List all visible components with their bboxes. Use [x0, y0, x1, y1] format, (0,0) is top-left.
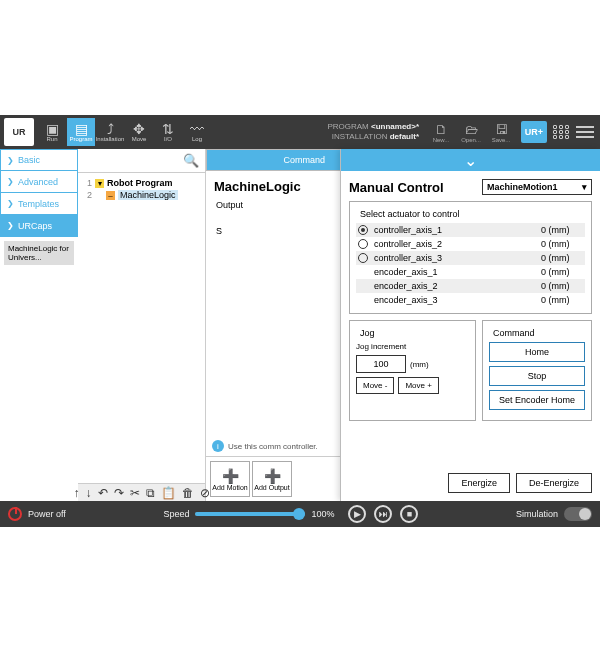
expand-icon[interactable]: ▾ [95, 179, 104, 188]
nav-installation[interactable]: ⤴Installation [96, 118, 124, 146]
step-button[interactable]: ⏭ [374, 505, 392, 523]
actuator-row[interactable]: controller_axis_20 (mm) [356, 237, 585, 251]
speed-value: 100% [311, 509, 334, 519]
simulation-toggle[interactable] [564, 507, 592, 521]
suppress-icon[interactable]: ⊘ [200, 486, 210, 500]
nav-move[interactable]: ✥Move [125, 118, 153, 146]
program-tree: 🔍 1▾Robot Program 2–MachineLogic ↑ ↓ ↶ ↷… [78, 149, 206, 501]
power-label: Power off [28, 509, 66, 519]
ur-logo: UR [4, 118, 34, 146]
tree-toolbar: ↑ ↓ ↶ ↷ ✂ ⧉ 📋 🗑 ⊘ [78, 483, 205, 501]
actuator-row: encoder_axis_10 (mm) [356, 265, 585, 279]
file-save[interactable]: 🖫Save... [491, 119, 511, 145]
file-new[interactable]: 🗋New... [431, 119, 451, 145]
panel-collapse[interactable]: ⌄ [341, 149, 600, 171]
actuator-row: encoder_axis_20 (mm) [356, 279, 585, 293]
nav-log[interactable]: 〰Log [183, 118, 211, 146]
command-fieldset: Command Home Stop Set Encoder Home [482, 320, 592, 421]
sidebar-advanced[interactable]: ❯Advanced [0, 171, 78, 193]
add-motion-button[interactable]: ➕Add Motion [210, 461, 250, 497]
footer-bar: Power off Speed 100% ▶ ⏭ ■ Simulation [0, 501, 600, 527]
radio-icon[interactable] [358, 239, 368, 249]
speed-label: Speed [163, 509, 189, 519]
home-button[interactable]: Home [489, 342, 585, 362]
speed-slider[interactable] [195, 512, 305, 516]
top-bar: UR ▣Run ▤Program ⤴Installation ✥Move ⇅I/… [0, 115, 600, 149]
machine-select[interactable]: MachineMotion1▾ [482, 179, 592, 195]
power-icon[interactable] [8, 507, 22, 521]
hamburger-menu-icon[interactable] [576, 123, 594, 141]
move-minus-button[interactable]: Move - [356, 377, 394, 394]
urplus-button[interactable]: UR+ [521, 121, 547, 143]
play-button[interactable]: ▶ [348, 505, 366, 523]
sidebar: ❯Basic ❯Advanced ❯Templates ❯URCaps Mach… [0, 149, 78, 501]
cut-icon[interactable]: ✂ [130, 486, 140, 500]
search-icon[interactable]: 🔍 [183, 153, 199, 168]
stop-run-button[interactable]: ■ [400, 505, 418, 523]
redo-icon[interactable]: ↷ [114, 486, 124, 500]
sidebar-basic[interactable]: ❯Basic [0, 149, 78, 171]
radio-icon[interactable] [358, 253, 368, 263]
nav-run[interactable]: ▣Run [38, 118, 66, 146]
delete-icon[interactable]: 🗑 [182, 486, 194, 500]
nav-program[interactable]: ▤Program [67, 118, 95, 146]
chevron-right-icon: ❯ [7, 199, 14, 208]
jog-fieldset: Jog Jog increment 100(mm) Move - Move + [349, 320, 476, 421]
actuator-row[interactable]: controller_axis_10 (mm) [356, 223, 585, 237]
node-icon: – [106, 191, 115, 200]
move-down-icon[interactable]: ↓ [86, 486, 92, 500]
chevron-down-icon: ❯ [7, 221, 14, 230]
urcap-machinelogic[interactable]: MachineLogic for Univers... [4, 241, 74, 265]
add-output-button[interactable]: ➕Add Output [252, 461, 292, 497]
chevron-down-icon: ⌄ [464, 151, 477, 170]
sidebar-templates[interactable]: ❯Templates [0, 193, 78, 215]
simulation-label: Simulation [516, 509, 558, 519]
move-up-icon[interactable]: ↑ [74, 486, 80, 500]
file-open[interactable]: 🗁Open... [461, 119, 481, 145]
dropdown-icon: ▾ [582, 182, 587, 192]
sidebar-urcaps[interactable]: ❯URCaps [0, 215, 78, 237]
copy-icon[interactable]: ⧉ [146, 486, 155, 500]
de-energize-button[interactable]: De-Energize [516, 473, 592, 493]
tree-row-root[interactable]: 1▾Robot Program [82, 177, 201, 189]
undo-icon[interactable]: ↶ [98, 486, 108, 500]
panel-title: Manual Control [349, 180, 444, 195]
chevron-right-icon: ❯ [7, 177, 14, 186]
jog-increment-input[interactable]: 100 [356, 355, 406, 373]
energize-button[interactable]: Energize [448, 473, 510, 493]
radio-icon[interactable] [358, 225, 368, 235]
apps-grid-icon[interactable] [553, 125, 570, 139]
manual-control-panel: ⌄ Manual Control MachineMotion1▾ Select … [340, 149, 600, 501]
actuator-row: encoder_axis_30 (mm) [356, 293, 585, 307]
actuator-fieldset: Select actuator to control controller_ax… [349, 201, 592, 314]
info-icon: i [212, 440, 224, 452]
paste-icon[interactable]: 📋 [161, 486, 176, 500]
program-info: PROGRAM <unnamed>* INSTALLATION default* [327, 122, 419, 143]
stop-button[interactable]: Stop [489, 366, 585, 386]
nav-io[interactable]: ⇅I/O [154, 118, 182, 146]
actuator-row[interactable]: controller_axis_30 (mm) [356, 251, 585, 265]
tree-row-node[interactable]: 2–MachineLogic [82, 189, 201, 201]
set-encoder-home-button[interactable]: Set Encoder Home [489, 390, 585, 410]
chevron-right-icon: ❯ [7, 156, 14, 165]
move-plus-button[interactable]: Move + [398, 377, 438, 394]
